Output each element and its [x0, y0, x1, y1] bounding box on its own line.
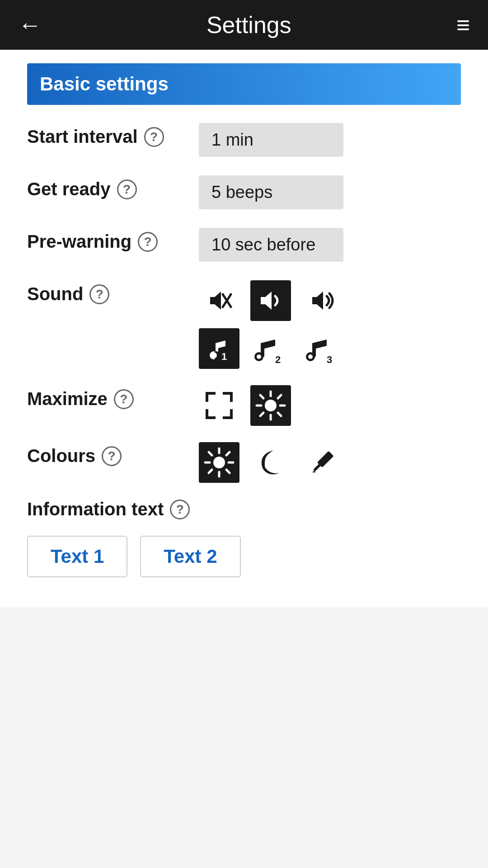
svg-text:1: 1: [221, 351, 227, 362]
start-interval-row: Start interval ? 1 min: [27, 123, 461, 159]
maximize-help-icon[interactable]: ?: [114, 389, 134, 409]
colours-help-icon[interactable]: ?: [102, 446, 122, 466]
svg-line-18: [260, 395, 263, 398]
sound-help-icon[interactable]: ?: [89, 284, 109, 304]
maximize-brightness-button[interactable]: [250, 385, 291, 426]
start-interval-value[interactable]: 1 min: [199, 123, 343, 157]
info-text-label: Information text: [27, 499, 164, 519]
sound-icon-row-1: [199, 280, 343, 321]
sound-mute-button[interactable]: [199, 280, 239, 321]
get-ready-text: Get ready: [27, 179, 111, 199]
sound-music1-button[interactable]: 1: [199, 328, 239, 369]
sound-label: Sound ?: [27, 280, 199, 304]
get-ready-label: Get ready ?: [27, 175, 199, 199]
sound-medium-button[interactable]: [250, 280, 291, 321]
svg-line-20: [278, 395, 281, 398]
get-ready-help-icon[interactable]: ?: [117, 179, 137, 199]
svg-rect-2: [201, 330, 237, 367]
sound-options: 1 2: [199, 280, 343, 369]
colour-custom-button[interactable]: [302, 442, 343, 483]
colours-label: Colours ?: [27, 442, 199, 466]
back-button[interactable]: ←: [18, 11, 42, 38]
svg-point-13: [265, 400, 277, 411]
svg-line-29: [226, 452, 230, 455]
app-header: ← Settings ≡: [0, 0, 488, 50]
text2-button[interactable]: Text 2: [140, 536, 240, 577]
pre-warning-label: Pre-warning ?: [27, 228, 199, 252]
colour-options: [199, 442, 343, 483]
colour-dark-button[interactable]: [250, 442, 291, 483]
svg-line-19: [278, 413, 281, 416]
colours-row: Colours ?: [27, 442, 461, 483]
maximize-text: Maximize: [27, 389, 108, 409]
get-ready-value[interactable]: 5 beeps: [199, 175, 343, 209]
start-interval-label: Start interval ?: [27, 123, 199, 147]
information-text-row: Information text ? Text 1 Text 2: [27, 499, 461, 577]
maximize-label: Maximize ?: [27, 385, 199, 409]
start-interval-text: Start interval: [27, 127, 138, 147]
get-ready-row: Get ready ? 5 beeps: [27, 175, 461, 212]
svg-line-27: [209, 452, 212, 455]
sound-music2-button[interactable]: 2: [250, 328, 291, 369]
section-header: Basic settings: [27, 63, 461, 105]
page-title: Settings: [206, 11, 291, 38]
colours-text: Colours: [27, 446, 95, 466]
maximize-options: [199, 385, 291, 426]
start-interval-help-icon[interactable]: ?: [144, 127, 164, 147]
text-buttons-container: Text 1 Text 2: [27, 536, 461, 577]
sound-music3-button[interactable]: 3: [302, 328, 343, 369]
text1-button[interactable]: Text 1: [27, 536, 127, 577]
svg-point-11: [308, 354, 313, 359]
svg-point-8: [257, 354, 261, 359]
info-label-container: Information text ?: [27, 499, 461, 519]
sound-text: Sound: [27, 284, 83, 304]
maximize-fullscreen-button[interactable]: [199, 385, 239, 426]
svg-point-5: [211, 352, 217, 359]
pre-warning-text: Pre-warning: [27, 231, 131, 252]
info-help-icon[interactable]: ?: [170, 500, 190, 519]
svg-point-22: [213, 457, 225, 468]
menu-button[interactable]: ≡: [456, 11, 470, 38]
sound-icon-row-2: 1 2: [199, 328, 343, 369]
settings-content: Basic settings Start interval ? 1 min Ge…: [0, 50, 488, 607]
pre-warning-row: Pre-warning ? 10 sec before: [27, 228, 461, 264]
svg-line-28: [226, 470, 230, 473]
pre-warning-value[interactable]: 10 sec before: [199, 228, 343, 262]
svg-line-21: [260, 413, 263, 416]
svg-text:3: 3: [327, 354, 332, 365]
pre-warning-help-icon[interactable]: ?: [138, 232, 158, 252]
maximize-row: Maximize ?: [27, 385, 461, 426]
sound-high-button[interactable]: [302, 280, 343, 321]
sound-row: Sound ?: [27, 280, 461, 369]
colour-light-button[interactable]: [199, 442, 239, 483]
svg-text:2: 2: [275, 354, 281, 365]
svg-line-30: [209, 470, 212, 473]
